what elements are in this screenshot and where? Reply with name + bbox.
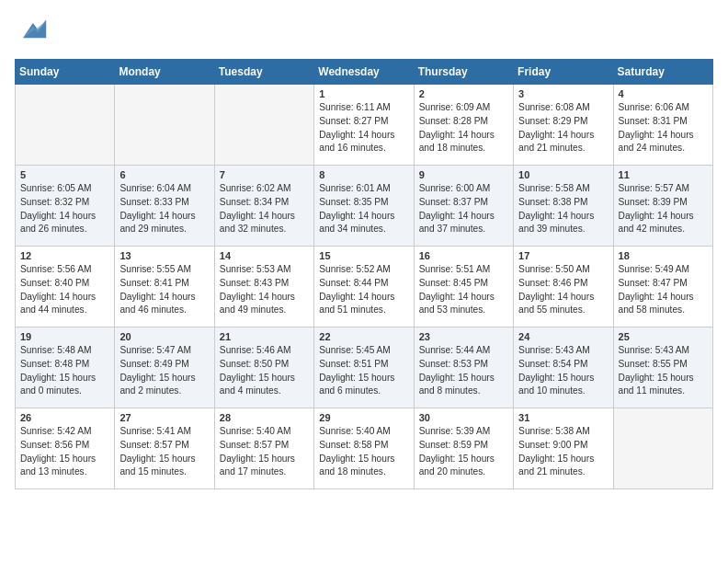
day-number: 22 bbox=[319, 331, 408, 342]
cell-content: Sunrise: 6:08 AMSunset: 8:29 PMDaylight:… bbox=[518, 101, 608, 155]
calendar-cell: 10Sunrise: 5:58 AMSunset: 8:38 PMDayligh… bbox=[514, 166, 613, 247]
calendar-cell: 18Sunrise: 5:49 AMSunset: 8:47 PMDayligh… bbox=[613, 247, 712, 327]
cell-content: Sunrise: 6:01 AMSunset: 8:35 PMDaylight:… bbox=[319, 182, 408, 236]
calendar-week-2: 5Sunrise: 6:05 AMSunset: 8:32 PMDaylight… bbox=[16, 166, 713, 247]
calendar-cell: 21Sunrise: 5:46 AMSunset: 8:50 PMDayligh… bbox=[214, 327, 313, 408]
cell-content: Sunrise: 6:00 AMSunset: 8:37 PMDaylight:… bbox=[419, 182, 508, 236]
day-number: 8 bbox=[319, 169, 408, 180]
day-number: 3 bbox=[518, 88, 608, 99]
calendar-cell: 16Sunrise: 5:51 AMSunset: 8:45 PMDayligh… bbox=[414, 247, 513, 327]
header-row: SundayMondayTuesdayWednesdayThursdayFrid… bbox=[16, 60, 713, 85]
calendar-cell: 17Sunrise: 5:50 AMSunset: 8:46 PMDayligh… bbox=[514, 247, 613, 327]
day-number: 2 bbox=[419, 88, 508, 99]
cell-content: Sunrise: 5:41 AMSunset: 8:57 PMDaylight:… bbox=[119, 425, 209, 479]
day-number: 1 bbox=[319, 88, 408, 99]
calendar-cell: 28Sunrise: 5:40 AMSunset: 8:57 PMDayligh… bbox=[214, 408, 313, 489]
cell-content: Sunrise: 5:45 AMSunset: 8:51 PMDaylight:… bbox=[319, 344, 408, 398]
header-day-saturday: Saturday bbox=[613, 60, 712, 85]
calendar-cell bbox=[16, 85, 115, 166]
logo-icon bbox=[15, 15, 48, 48]
calendar-week-4: 19Sunrise: 5:48 AMSunset: 8:48 PMDayligh… bbox=[16, 327, 713, 408]
cell-content: Sunrise: 6:05 AMSunset: 8:32 PMDaylight:… bbox=[20, 182, 109, 236]
day-number: 27 bbox=[119, 412, 209, 423]
day-number: 11 bbox=[619, 169, 708, 180]
calendar-cell: 12Sunrise: 5:56 AMSunset: 8:40 PMDayligh… bbox=[16, 247, 115, 327]
logo bbox=[15, 15, 53, 48]
cell-content: Sunrise: 5:56 AMSunset: 8:40 PMDaylight:… bbox=[20, 263, 109, 317]
day-number: 30 bbox=[419, 412, 508, 423]
cell-content: Sunrise: 6:11 AMSunset: 8:27 PMDaylight:… bbox=[319, 101, 408, 155]
cell-content: Sunrise: 5:38 AMSunset: 9:00 PMDaylight:… bbox=[518, 425, 608, 479]
calendar-cell: 8Sunrise: 6:01 AMSunset: 8:35 PMDaylight… bbox=[314, 166, 414, 247]
cell-content: Sunrise: 5:43 AMSunset: 8:54 PMDaylight:… bbox=[518, 344, 608, 398]
calendar-cell: 20Sunrise: 5:47 AMSunset: 8:49 PMDayligh… bbox=[115, 327, 214, 408]
day-number: 5 bbox=[20, 169, 109, 180]
calendar-cell: 11Sunrise: 5:57 AMSunset: 8:39 PMDayligh… bbox=[613, 166, 712, 247]
calendar-table: SundayMondayTuesdayWednesdayThursdayFrid… bbox=[15, 59, 713, 489]
calendar-cell: 3Sunrise: 6:08 AMSunset: 8:29 PMDaylight… bbox=[514, 85, 613, 166]
header-day-thursday: Thursday bbox=[414, 60, 513, 85]
cell-content: Sunrise: 5:49 AMSunset: 8:47 PMDaylight:… bbox=[619, 263, 708, 317]
calendar-cell: 22Sunrise: 5:45 AMSunset: 8:51 PMDayligh… bbox=[314, 327, 414, 408]
day-number: 9 bbox=[419, 169, 508, 180]
calendar-cell: 2Sunrise: 6:09 AMSunset: 8:28 PMDaylight… bbox=[414, 85, 513, 166]
header-day-friday: Friday bbox=[514, 60, 613, 85]
day-number: 4 bbox=[619, 88, 708, 99]
cell-content: Sunrise: 5:40 AMSunset: 8:57 PMDaylight:… bbox=[220, 425, 309, 479]
calendar-cell: 27Sunrise: 5:41 AMSunset: 8:57 PMDayligh… bbox=[115, 408, 214, 489]
cell-content: Sunrise: 5:40 AMSunset: 8:58 PMDaylight:… bbox=[319, 425, 408, 479]
day-number: 24 bbox=[518, 331, 608, 342]
calendar-cell: 23Sunrise: 5:44 AMSunset: 8:53 PMDayligh… bbox=[414, 327, 513, 408]
day-number: 6 bbox=[119, 169, 209, 180]
calendar-cell: 6Sunrise: 6:04 AMSunset: 8:33 PMDaylight… bbox=[115, 166, 214, 247]
calendar-week-1: 1Sunrise: 6:11 AMSunset: 8:27 PMDaylight… bbox=[16, 85, 713, 166]
header-day-wednesday: Wednesday bbox=[314, 60, 414, 85]
calendar-cell bbox=[115, 85, 214, 166]
cell-content: Sunrise: 5:44 AMSunset: 8:53 PMDaylight:… bbox=[419, 344, 508, 398]
day-number: 31 bbox=[518, 412, 608, 423]
day-number: 12 bbox=[20, 250, 109, 261]
day-number: 17 bbox=[518, 250, 608, 261]
calendar-cell: 13Sunrise: 5:55 AMSunset: 8:41 PMDayligh… bbox=[115, 247, 214, 327]
header-day-tuesday: Tuesday bbox=[214, 60, 313, 85]
calendar-cell: 24Sunrise: 5:43 AMSunset: 8:54 PMDayligh… bbox=[514, 327, 613, 408]
calendar-cell: 9Sunrise: 6:00 AMSunset: 8:37 PMDaylight… bbox=[414, 166, 513, 247]
cell-content: Sunrise: 5:55 AMSunset: 8:41 PMDaylight:… bbox=[119, 263, 209, 317]
cell-content: Sunrise: 5:52 AMSunset: 8:44 PMDaylight:… bbox=[319, 263, 408, 317]
cell-content: Sunrise: 5:50 AMSunset: 8:46 PMDaylight:… bbox=[518, 263, 608, 317]
calendar-cell bbox=[214, 85, 313, 166]
cell-content: Sunrise: 5:42 AMSunset: 8:56 PMDaylight:… bbox=[20, 425, 109, 479]
calendar-week-5: 26Sunrise: 5:42 AMSunset: 8:56 PMDayligh… bbox=[16, 408, 713, 489]
day-number: 7 bbox=[220, 169, 309, 180]
cell-content: Sunrise: 5:53 AMSunset: 8:43 PMDaylight:… bbox=[220, 263, 309, 317]
cell-content: Sunrise: 5:58 AMSunset: 8:38 PMDaylight:… bbox=[518, 182, 608, 236]
cell-content: Sunrise: 5:48 AMSunset: 8:48 PMDaylight:… bbox=[20, 344, 109, 398]
cell-content: Sunrise: 5:43 AMSunset: 8:55 PMDaylight:… bbox=[619, 344, 708, 398]
cell-content: Sunrise: 5:46 AMSunset: 8:50 PMDaylight:… bbox=[220, 344, 309, 398]
cell-content: Sunrise: 6:04 AMSunset: 8:33 PMDaylight:… bbox=[119, 182, 209, 236]
day-number: 21 bbox=[220, 331, 309, 342]
calendar-cell bbox=[613, 408, 712, 489]
day-number: 18 bbox=[619, 250, 708, 261]
calendar-week-3: 12Sunrise: 5:56 AMSunset: 8:40 PMDayligh… bbox=[16, 247, 713, 327]
day-number: 19 bbox=[20, 331, 109, 342]
calendar-cell: 14Sunrise: 5:53 AMSunset: 8:43 PMDayligh… bbox=[214, 247, 313, 327]
day-number: 14 bbox=[220, 250, 309, 261]
calendar-cell: 25Sunrise: 5:43 AMSunset: 8:55 PMDayligh… bbox=[613, 327, 712, 408]
day-number: 15 bbox=[319, 250, 408, 261]
cell-content: Sunrise: 5:51 AMSunset: 8:45 PMDaylight:… bbox=[419, 263, 508, 317]
calendar-cell: 31Sunrise: 5:38 AMSunset: 9:00 PMDayligh… bbox=[514, 408, 613, 489]
calendar-cell: 1Sunrise: 6:11 AMSunset: 8:27 PMDaylight… bbox=[314, 85, 414, 166]
cell-content: Sunrise: 6:06 AMSunset: 8:31 PMDaylight:… bbox=[619, 101, 708, 155]
day-number: 29 bbox=[319, 412, 408, 423]
day-number: 28 bbox=[220, 412, 309, 423]
cell-content: Sunrise: 5:47 AMSunset: 8:49 PMDaylight:… bbox=[119, 344, 209, 398]
cell-content: Sunrise: 5:57 AMSunset: 8:39 PMDaylight:… bbox=[619, 182, 708, 236]
cell-content: Sunrise: 6:02 AMSunset: 8:34 PMDaylight:… bbox=[220, 182, 309, 236]
day-number: 16 bbox=[419, 250, 508, 261]
calendar-cell: 26Sunrise: 5:42 AMSunset: 8:56 PMDayligh… bbox=[16, 408, 115, 489]
calendar-cell: 4Sunrise: 6:06 AMSunset: 8:31 PMDaylight… bbox=[613, 85, 712, 166]
cell-content: Sunrise: 5:39 AMSunset: 8:59 PMDaylight:… bbox=[419, 425, 508, 479]
day-number: 10 bbox=[518, 169, 608, 180]
calendar-cell: 5Sunrise: 6:05 AMSunset: 8:32 PMDaylight… bbox=[16, 166, 115, 247]
